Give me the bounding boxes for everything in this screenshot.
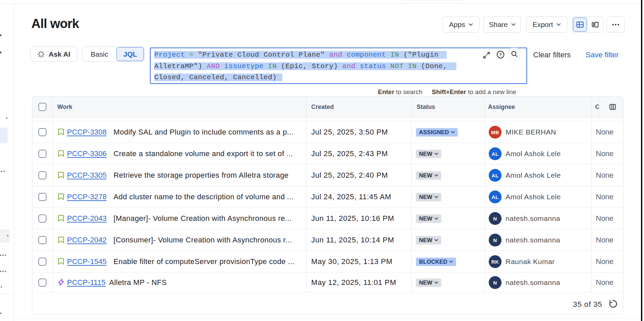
svg-text:?: ? bbox=[499, 52, 502, 57]
